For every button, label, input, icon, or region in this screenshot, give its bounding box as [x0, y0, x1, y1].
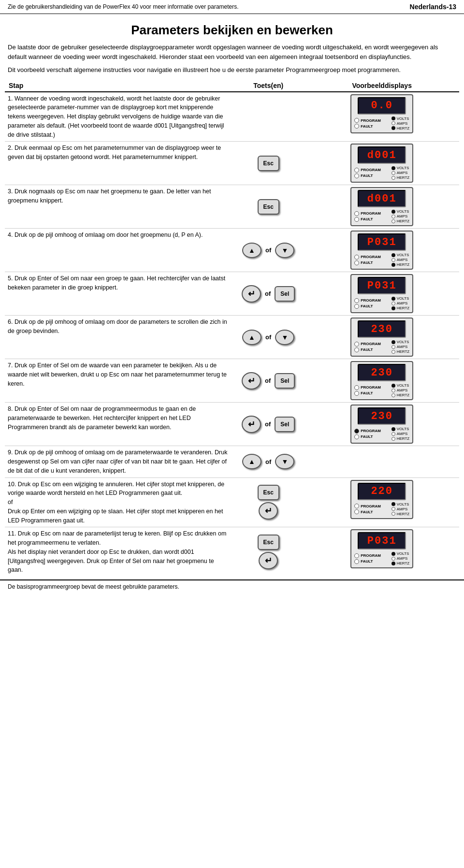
col-header-step: Stap	[5, 80, 232, 92]
display-cell: d001 PROGRAM FAULT VOLTS	[304, 142, 459, 185]
display-cell: P031 PROGRAM FAULT VOLTS	[304, 527, 459, 577]
hertz-row: HERTZ	[392, 126, 410, 130]
of-label: of	[265, 458, 271, 465]
fault-label: FAULT	[361, 260, 373, 265]
prog-fault-area: PROGRAM FAULT	[354, 504, 391, 514]
enter-button[interactable]: ↵	[242, 416, 261, 433]
step-cell: 9. Druk op de pijl omhoog of omlaag om d…	[5, 446, 232, 477]
fault-label: FAULT	[361, 510, 373, 514]
volts-row: VOLTS	[392, 427, 409, 431]
amps-row: AMPS	[392, 388, 408, 392]
prog-fault-area: PROGRAM FAULT	[354, 255, 391, 265]
display-cell: 230 PROGRAM FAULT VOLTS	[304, 359, 459, 403]
hertz-row: HERTZ	[392, 349, 410, 354]
sel-button[interactable]: Sel	[275, 417, 295, 432]
up-arrow-button[interactable]: ▲	[242, 454, 261, 469]
display-cell: P031 PROGRAM FAULT VOLTS	[304, 272, 459, 316]
volts-amps-hertz-area: VOLTS AMPS HERTZ	[392, 253, 410, 267]
display-bottom: PROGRAM FAULT VOLTS AMPS	[354, 253, 409, 267]
key-group-enter-sel: ↵ of Sel	[235, 416, 302, 433]
sel-button[interactable]: Sel	[275, 373, 295, 389]
prog-fault-area: PROGRAM FAULT	[354, 211, 391, 222]
display-panel: P031 PROGRAM FAULT VOLTS	[350, 274, 413, 313]
step-cell: 6. Druk op de pijl omhoog of omlaag om d…	[5, 316, 232, 359]
display-bottom: PROGRAM FAULT VOLTS AMPS	[354, 209, 409, 223]
display-screen: P031	[358, 532, 406, 550]
keys-cell: ↵ of Sel	[232, 403, 304, 446]
program-row: PROGRAM	[354, 385, 381, 390]
enter-button[interactable]: ↵	[259, 502, 278, 520]
key-group-esc-enter2: Esc ↵	[235, 535, 302, 569]
program-label: PROGRAM	[361, 553, 381, 558]
hertz-row: HERTZ	[392, 561, 410, 565]
amps-row: AMPS	[392, 171, 408, 175]
enter-button[interactable]: ↵	[242, 285, 261, 303]
table-row: 4. Druk op de pijl omhoog of omlaag om d…	[5, 229, 459, 272]
esc-button[interactable]: Esc	[258, 485, 279, 500]
program-label: PROGRAM	[361, 211, 381, 216]
volts-label: VOLTS	[397, 551, 409, 556]
step-text: 2. Druk eenmaal op Esc om het parametern…	[8, 145, 221, 160]
display-bottom: PROGRAM FAULT VOLTS AMPS	[354, 551, 409, 565]
keys-cell: Esc ↵	[232, 527, 304, 577]
steps-table: Stap Toets(en) Voorbeelddisplays 1. Wann…	[5, 80, 459, 577]
volts-row: VOLTS	[392, 551, 409, 556]
hertz-row: HERTZ	[392, 393, 410, 397]
program-row: PROGRAM	[354, 298, 381, 303]
program-label: PROGRAM	[361, 504, 381, 508]
volts-amps-hertz-area: VOLTS AMPS HERTZ	[392, 427, 410, 441]
display-screen: d001	[358, 146, 406, 164]
volts-amps-hertz-area: VOLTS AMPS HERTZ	[392, 209, 410, 223]
volts-label: VOLTS	[397, 116, 409, 121]
display-bottom: PROGRAM FAULT VOLTS AMPS	[354, 296, 409, 310]
table-row: 1. Wanneer de voeding wordt ingeschakeld…	[5, 92, 459, 142]
up-arrow-button[interactable]: ▲	[242, 243, 261, 258]
hertz-label: HERTZ	[397, 306, 410, 310]
volts-label: VOLTS	[397, 209, 409, 214]
fault-row: FAULT	[354, 391, 373, 396]
display-cell: P031 PROGRAM FAULT VOLTS	[304, 229, 459, 272]
volts-label: VOLTS	[397, 296, 409, 301]
hertz-row: HERTZ	[392, 306, 410, 310]
volts-label: VOLTS	[397, 166, 409, 170]
volts-amps-hertz-area: VOLTS AMPS HERTZ	[392, 502, 410, 516]
esc-button[interactable]: Esc	[258, 199, 279, 215]
down-arrow-button[interactable]: ▼	[275, 454, 294, 469]
step-cell: 4. Druk op de pijl omhoog of omlaag om d…	[5, 229, 232, 272]
fault-label: FAULT	[361, 217, 373, 221]
esc-button[interactable]: Esc	[258, 535, 279, 550]
display-screen: 0.0	[358, 97, 406, 115]
program-label: PROGRAM	[361, 429, 381, 433]
enter-button[interactable]: ↵	[259, 552, 278, 569]
up-arrow-button[interactable]: ▲	[242, 330, 261, 345]
volts-label: VOLTS	[397, 383, 409, 388]
program-label: PROGRAM	[361, 168, 381, 172]
key-group-enter-sel: ↵ of Sel	[235, 372, 302, 390]
sel-button[interactable]: Sel	[275, 286, 295, 302]
step-text: 8. Druk op Enter of Sel om naar de progr…	[8, 405, 196, 431]
fault-row: FAULT	[354, 509, 373, 514]
prog-fault-area: PROGRAM FAULT	[354, 342, 391, 352]
col-header-display: Voorbeelddisplays	[304, 80, 459, 92]
down-arrow-button[interactable]: ▼	[275, 330, 294, 345]
keys-cell: ↵ of Sel	[232, 272, 304, 316]
hertz-label: HERTZ	[397, 126, 410, 130]
volts-label: VOLTS	[397, 253, 409, 257]
main-table-container: Stap Toets(en) Voorbeelddisplays 1. Wann…	[0, 80, 464, 577]
prog-fault-area: PROGRAM FAULT	[354, 429, 391, 439]
keys-cell: ▲ of ▼	[232, 229, 304, 272]
key-group-esc-enter: Esc ↵	[235, 485, 302, 520]
enter-button[interactable]: ↵	[242, 372, 261, 390]
page-header: Zie de gebruikershandleiding van de Powe…	[0, 0, 464, 14]
amps-label: AMPS	[397, 121, 408, 126]
step-text: 7. Druk op Enter of Sel om de waarde van…	[8, 362, 227, 387]
esc-button[interactable]: Esc	[258, 156, 279, 171]
amps-row: AMPS	[392, 507, 408, 511]
fault-label: FAULT	[361, 304, 373, 308]
of-label: of	[265, 377, 271, 384]
down-arrow-button[interactable]: ▼	[275, 243, 294, 258]
key-group-enter-sel: ↵ of Sel	[235, 285, 302, 303]
program-label: PROGRAM	[361, 118, 381, 123]
keys-cell	[232, 92, 304, 142]
step-text: 5. Druk op Enter of Sel om naar een groe…	[8, 275, 225, 291]
